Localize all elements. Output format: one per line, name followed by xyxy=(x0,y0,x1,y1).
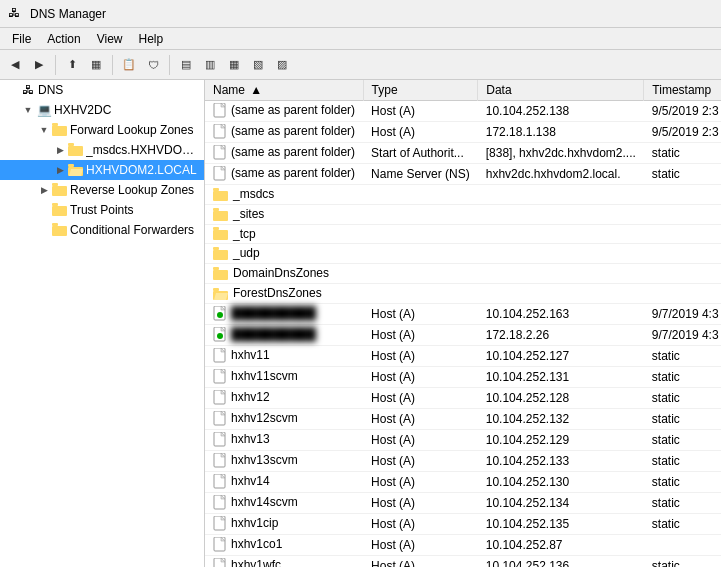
table-row[interactable]: ██████████Host (A)172.18.2.269/7/2019 4:… xyxy=(205,324,721,345)
toolbar-sep-1 xyxy=(55,55,56,75)
menu-item-help[interactable]: Help xyxy=(131,30,172,48)
cell-type: Name Server (NS) xyxy=(363,164,478,185)
col-header-data[interactable]: Data xyxy=(478,80,644,101)
cell-type: Host (A) xyxy=(363,366,478,387)
col-header-type[interactable]: Type xyxy=(363,80,478,101)
view1-button[interactable]: ▤ xyxy=(175,54,197,76)
table-row[interactable]: (same as parent folder)Name Server (NS)h… xyxy=(205,164,721,185)
cell-name: hxhv11 xyxy=(205,345,363,366)
view3-button[interactable]: ▦ xyxy=(223,54,245,76)
title-text: DNS Manager xyxy=(30,7,106,21)
tree-item-hxhvdom2local[interactable]: ▶ HXHVDOM2.LOCAL xyxy=(0,160,204,180)
forward-button[interactable]: ▶ xyxy=(28,54,50,76)
table-row[interactable]: hxhv11scvmHost (A)10.104.252.131static xyxy=(205,366,721,387)
table-row[interactable]: hxhv1co1Host (A)10.104.252.87 xyxy=(205,534,721,555)
cell-data: 10.104.252.135 xyxy=(478,513,644,534)
table-row[interactable]: hxhv11Host (A)10.104.252.127static xyxy=(205,345,721,366)
cell-timestamp: static xyxy=(644,387,721,408)
cell-timestamp: 9/5/2019 2:3 xyxy=(644,122,721,143)
col-header-timestamp[interactable]: Timestamp xyxy=(644,80,721,101)
table-row[interactable]: _sites xyxy=(205,204,721,224)
col-header-name[interactable]: Name ▲ xyxy=(205,80,363,101)
table-row[interactable]: hxhv1wfcHost (A)10.104.252.136static xyxy=(205,555,721,567)
folder-icon-trust xyxy=(52,202,68,218)
up-button[interactable]: ⬆ xyxy=(61,54,83,76)
tree-label-forward-lookup: Forward Lookup Zones xyxy=(70,123,193,137)
tree-item-forward-lookup[interactable]: ▼ Forward Lookup Zones xyxy=(0,120,204,140)
table-row[interactable]: (same as parent folder)Host (A)10.104.25… xyxy=(205,101,721,122)
svg-rect-11 xyxy=(52,203,58,206)
export-button[interactable]: 📋 xyxy=(118,54,140,76)
tree-label-trust-points: Trust Points xyxy=(70,203,134,217)
table-row[interactable]: hxhv13Host (A)10.104.252.129static xyxy=(205,429,721,450)
view5-button[interactable]: ▨ xyxy=(271,54,293,76)
cell-data xyxy=(478,185,644,205)
back-button[interactable]: ◀ xyxy=(4,54,26,76)
menu-item-view[interactable]: View xyxy=(89,30,131,48)
cell-timestamp xyxy=(644,534,721,555)
table-row[interactable]: (same as parent folder)Start of Authorit… xyxy=(205,143,721,164)
tree-item-reverse-lookup[interactable]: ▶ Reverse Lookup Zones xyxy=(0,180,204,200)
tree-item-trust-points[interactable]: Trust Points xyxy=(0,200,204,220)
menu-item-file[interactable]: File xyxy=(4,30,39,48)
tree-item-msdcs[interactable]: ▶ _msdcs.HXHVDOM2. xyxy=(0,140,204,160)
table-row[interactable]: (same as parent folder)Host (A)172.18.1.… xyxy=(205,122,721,143)
cell-name: (same as parent folder) xyxy=(205,164,363,185)
table-row[interactable]: hxhv12scvmHost (A)10.104.252.132static xyxy=(205,408,721,429)
cell-timestamp xyxy=(644,204,721,224)
cell-timestamp: static xyxy=(644,450,721,471)
tree-item-dns[interactable]: 🖧 DNS xyxy=(0,80,204,100)
cell-name: hxhv14 xyxy=(205,471,363,492)
shield-button[interactable]: 🛡 xyxy=(142,54,164,76)
cell-timestamp xyxy=(644,224,721,244)
cell-name: _udp xyxy=(205,244,363,264)
table-row[interactable]: ForestDnsZones xyxy=(205,284,721,304)
table-row[interactable]: _udp xyxy=(205,244,721,264)
cell-type: Host (A) xyxy=(363,555,478,567)
cell-timestamp xyxy=(644,244,721,264)
cell-name: (same as parent folder) xyxy=(205,143,363,164)
cell-name: hxhv11scvm xyxy=(205,366,363,387)
table-row[interactable]: _msdcs xyxy=(205,185,721,205)
table-row[interactable]: hxhv14scvmHost (A)10.104.252.134static xyxy=(205,492,721,513)
svg-rect-10 xyxy=(52,206,67,216)
cell-timestamp: static xyxy=(644,408,721,429)
dns-table: Name ▲ Type Data Timestamp (same as pare… xyxy=(205,80,721,567)
cell-name: (same as parent folder) xyxy=(205,101,363,122)
table-row[interactable]: hxhv13scvmHost (A)10.104.252.133static xyxy=(205,450,721,471)
table-row[interactable]: DomainDnsZones xyxy=(205,264,721,284)
cell-name: _tcp xyxy=(205,224,363,244)
table-row[interactable]: ██████████Host (A)10.104.252.1639/7/2019… xyxy=(205,303,721,324)
tree-item-hxhv2dc[interactable]: ▼ 💻 HXHV2DC xyxy=(0,100,204,120)
cell-data xyxy=(478,204,644,224)
cell-timestamp xyxy=(644,284,721,304)
cell-type xyxy=(363,284,478,304)
table-row[interactable]: hxhv14Host (A)10.104.252.130static xyxy=(205,471,721,492)
expander-trust-points xyxy=(36,202,52,218)
table-row[interactable]: hxhv1cipHost (A)10.104.252.135static xyxy=(205,513,721,534)
cell-type: Host (A) xyxy=(363,513,478,534)
table-row[interactable]: hxhv12Host (A)10.104.252.128static xyxy=(205,387,721,408)
cell-type: Host (A) xyxy=(363,324,478,345)
folder-open-icon-hxhvdom2local xyxy=(68,162,84,178)
cell-type: Host (A) xyxy=(363,387,478,408)
svg-rect-4 xyxy=(68,143,74,146)
cell-data: 10.104.252.132 xyxy=(478,408,644,429)
show-hide-button[interactable]: ▦ xyxy=(85,54,107,76)
table-row[interactable]: _tcp xyxy=(205,224,721,244)
cell-timestamp: static xyxy=(644,471,721,492)
cell-name: ForestDnsZones xyxy=(205,284,363,304)
menu-item-action[interactable]: Action xyxy=(39,30,88,48)
sort-arrow-name: ▲ xyxy=(250,83,258,91)
tree-label-hxhvdom2local: HXHVDOM2.LOCAL xyxy=(86,163,197,177)
tree-item-conditional-forwarders[interactable]: Conditional Forwarders xyxy=(0,220,204,240)
cell-timestamp: static xyxy=(644,429,721,450)
cell-name: _msdcs xyxy=(205,185,363,205)
svg-rect-2 xyxy=(52,123,58,126)
view4-button[interactable]: ▧ xyxy=(247,54,269,76)
view2-button[interactable]: ▥ xyxy=(199,54,221,76)
cell-data: 172.18.1.138 xyxy=(478,122,644,143)
cell-timestamp: static xyxy=(644,492,721,513)
cell-timestamp: static xyxy=(644,345,721,366)
cell-name: hxhv13 xyxy=(205,429,363,450)
